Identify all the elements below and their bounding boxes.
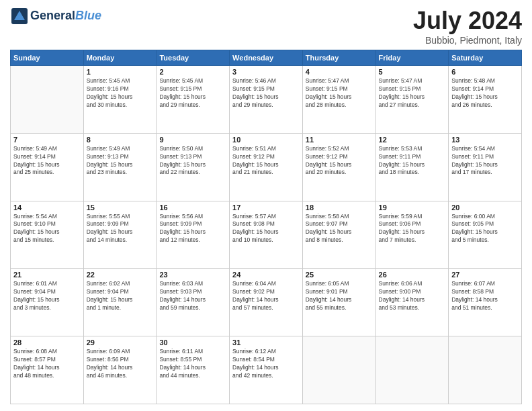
logo-general-text: General [30, 9, 75, 22]
day-info: Sunrise: 6:01 AM Sunset: 9:04 PM Dayligh… [13, 280, 81, 312]
calendar-cell [375, 336, 449, 404]
calendar-cell: 2Sunrise: 5:45 AM Sunset: 9:15 PM Daylig… [157, 66, 230, 134]
calendar-cell: 4Sunrise: 5:47 AM Sunset: 9:15 PM Daylig… [302, 66, 375, 134]
calendar-cell: 27Sunrise: 6:07 AM Sunset: 8:58 PM Dayli… [449, 269, 522, 336]
calendar-cell [302, 336, 375, 404]
day-number: 29 [87, 338, 154, 347]
day-info: Sunrise: 5:55 AM Sunset: 9:09 PM Dayligh… [87, 213, 154, 245]
day-number: 13 [451, 136, 519, 144]
logo-icon [10, 7, 29, 26]
calendar-cell: 15Sunrise: 5:55 AM Sunset: 9:09 PM Dayli… [83, 201, 157, 269]
calendar-cell: 9Sunrise: 5:50 AM Sunset: 9:13 PM Daylig… [157, 133, 230, 201]
day-number: 4 [306, 68, 373, 76]
day-header-wednesday: Wednesday [230, 50, 303, 66]
calendar-cell: 13Sunrise: 5:54 AM Sunset: 9:11 PM Dayli… [449, 133, 522, 201]
calendar-cell: 18Sunrise: 5:58 AM Sunset: 9:07 PM Dayli… [302, 201, 375, 269]
day-info: Sunrise: 5:48 AM Sunset: 9:14 PM Dayligh… [451, 77, 519, 109]
calendar-cell: 16Sunrise: 5:56 AM Sunset: 9:09 PM Dayli… [157, 201, 230, 269]
subtitle: Bubbio, Piedmont, Italy [413, 35, 522, 46]
day-info: Sunrise: 5:49 AM Sunset: 9:14 PM Dayligh… [13, 145, 81, 177]
day-number: 14 [13, 203, 81, 212]
day-number: 30 [159, 338, 226, 347]
day-number: 19 [379, 203, 446, 212]
day-info: Sunrise: 5:45 AM Sunset: 9:16 PM Dayligh… [87, 77, 154, 109]
day-header-thursday: Thursday [302, 50, 375, 66]
day-number: 28 [13, 338, 81, 347]
day-info: Sunrise: 6:09 AM Sunset: 8:56 PM Dayligh… [87, 348, 154, 380]
day-number: 2 [159, 68, 226, 76]
calendar: SundayMondayTuesdayWednesdayThursdayFrid… [10, 50, 522, 404]
calendar-cell: 28Sunrise: 6:08 AM Sunset: 8:57 PM Dayli… [11, 336, 84, 404]
calendar-cell: 22Sunrise: 6:02 AM Sunset: 9:04 PM Dayli… [83, 269, 157, 336]
calendar-cell: 12Sunrise: 5:53 AM Sunset: 9:11 PM Dayli… [375, 133, 449, 201]
day-info: Sunrise: 5:56 AM Sunset: 9:09 PM Dayligh… [159, 213, 226, 245]
calendar-cell: 10Sunrise: 5:51 AM Sunset: 9:12 PM Dayli… [230, 133, 303, 201]
day-header-monday: Monday [83, 50, 157, 66]
logo: GeneralBlue [10, 7, 101, 26]
logo-blue-text: Blue [75, 9, 101, 22]
calendar-cell: 26Sunrise: 6:06 AM Sunset: 9:00 PM Dayli… [375, 269, 449, 336]
calendar-cell: 23Sunrise: 6:03 AM Sunset: 9:03 PM Dayli… [157, 269, 230, 336]
week-row-2: 14Sunrise: 5:54 AM Sunset: 9:10 PM Dayli… [11, 201, 522, 269]
day-info: Sunrise: 5:45 AM Sunset: 9:15 PM Dayligh… [159, 77, 226, 109]
week-row-3: 21Sunrise: 6:01 AM Sunset: 9:04 PM Dayli… [11, 269, 522, 336]
day-info: Sunrise: 6:07 AM Sunset: 8:58 PM Dayligh… [451, 280, 519, 312]
header: GeneralBlue July 2024 Bubbio, Piedmont, … [10, 7, 522, 46]
calendar-cell: 8Sunrise: 5:49 AM Sunset: 9:13 PM Daylig… [83, 133, 157, 201]
day-number: 23 [159, 271, 226, 279]
day-info: Sunrise: 5:47 AM Sunset: 9:15 PM Dayligh… [379, 77, 446, 109]
calendar-header-row: SundayMondayTuesdayWednesdayThursdayFrid… [11, 50, 522, 66]
calendar-cell: 30Sunrise: 6:11 AM Sunset: 8:55 PM Dayli… [157, 336, 230, 404]
day-info: Sunrise: 5:50 AM Sunset: 9:13 PM Dayligh… [159, 145, 226, 177]
calendar-cell [449, 336, 522, 404]
calendar-cell: 3Sunrise: 5:46 AM Sunset: 9:15 PM Daylig… [230, 66, 303, 134]
day-info: Sunrise: 6:11 AM Sunset: 8:55 PM Dayligh… [159, 348, 226, 380]
day-info: Sunrise: 6:06 AM Sunset: 9:00 PM Dayligh… [379, 280, 446, 312]
day-number: 3 [232, 68, 300, 76]
day-info: Sunrise: 6:03 AM Sunset: 9:03 PM Dayligh… [159, 280, 226, 312]
day-number: 17 [232, 203, 300, 212]
calendar-cell: 21Sunrise: 6:01 AM Sunset: 9:04 PM Dayli… [11, 269, 84, 336]
day-info: Sunrise: 5:52 AM Sunset: 9:12 PM Dayligh… [306, 145, 373, 177]
day-number: 27 [451, 271, 519, 279]
day-header-saturday: Saturday [449, 50, 522, 66]
day-info: Sunrise: 6:05 AM Sunset: 9:01 PM Dayligh… [306, 280, 373, 312]
day-info: Sunrise: 5:54 AM Sunset: 9:11 PM Dayligh… [451, 145, 519, 177]
day-number: 7 [13, 136, 81, 144]
day-info: Sunrise: 5:59 AM Sunset: 9:06 PM Dayligh… [379, 213, 446, 245]
calendar-cell: 7Sunrise: 5:49 AM Sunset: 9:14 PM Daylig… [11, 133, 84, 201]
day-info: Sunrise: 6:08 AM Sunset: 8:57 PM Dayligh… [13, 348, 81, 380]
day-number: 16 [159, 203, 226, 212]
day-number: 21 [13, 271, 81, 279]
calendar-cell: 11Sunrise: 5:52 AM Sunset: 9:12 PM Dayli… [302, 133, 375, 201]
day-info: Sunrise: 6:00 AM Sunset: 9:05 PM Dayligh… [451, 213, 519, 245]
calendar-cell: 1Sunrise: 5:45 AM Sunset: 9:16 PM Daylig… [83, 66, 157, 134]
day-number: 18 [306, 203, 373, 212]
day-number: 11 [306, 136, 373, 144]
day-number: 20 [451, 203, 519, 212]
day-info: Sunrise: 5:57 AM Sunset: 9:08 PM Dayligh… [232, 213, 300, 245]
day-header-friday: Friday [375, 50, 449, 66]
day-number: 9 [159, 136, 226, 144]
page: GeneralBlue July 2024 Bubbio, Piedmont, … [0, 0, 532, 411]
day-number: 31 [232, 338, 300, 347]
day-number: 5 [379, 68, 446, 76]
title-block: July 2024 Bubbio, Piedmont, Italy [413, 7, 522, 46]
week-row-1: 7Sunrise: 5:49 AM Sunset: 9:14 PM Daylig… [11, 133, 522, 201]
day-info: Sunrise: 5:53 AM Sunset: 9:11 PM Dayligh… [379, 145, 446, 177]
day-number: 22 [87, 271, 154, 279]
day-info: Sunrise: 5:49 AM Sunset: 9:13 PM Dayligh… [87, 145, 154, 177]
week-row-4: 28Sunrise: 6:08 AM Sunset: 8:57 PM Dayli… [11, 336, 522, 404]
day-info: Sunrise: 6:02 AM Sunset: 9:04 PM Dayligh… [87, 280, 154, 312]
day-number: 8 [87, 136, 154, 144]
main-title: July 2024 [413, 7, 522, 35]
day-number: 10 [232, 136, 300, 144]
calendar-cell: 29Sunrise: 6:09 AM Sunset: 8:56 PM Dayli… [83, 336, 157, 404]
calendar-cell: 24Sunrise: 6:04 AM Sunset: 9:02 PM Dayli… [230, 269, 303, 336]
day-header-sunday: Sunday [11, 50, 84, 66]
calendar-cell: 6Sunrise: 5:48 AM Sunset: 9:14 PM Daylig… [449, 66, 522, 134]
calendar-cell: 31Sunrise: 6:12 AM Sunset: 8:54 PM Dayli… [230, 336, 303, 404]
day-number: 24 [232, 271, 300, 279]
calendar-cell: 19Sunrise: 5:59 AM Sunset: 9:06 PM Dayli… [375, 201, 449, 269]
calendar-cell [11, 66, 84, 134]
